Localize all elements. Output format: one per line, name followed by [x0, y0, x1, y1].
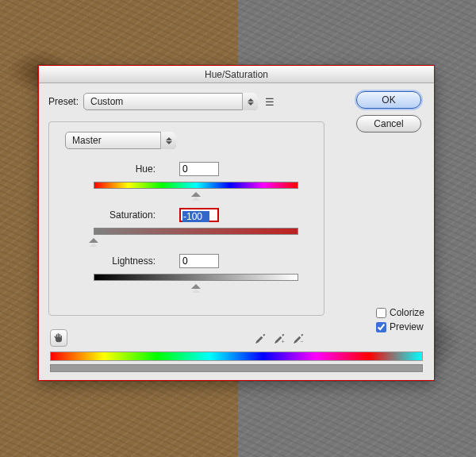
saturation-slider[interactable] [94, 225, 298, 233]
channel-select-wrap[interactable]: Master [65, 132, 176, 149]
preview-label: Preview [390, 321, 424, 332]
hue-label: Hue: [60, 163, 155, 175]
dialog-body: Preset: Custom ☰ OK Cancel Master [39, 83, 434, 380]
result-bar[interactable] [50, 364, 423, 372]
checkbox-group: Colorize Preview [376, 307, 424, 332]
targeted-adjustment-tool[interactable] [50, 329, 67, 347]
saturation-value: -100 [182, 211, 209, 222]
saturation-handle[interactable] [89, 233, 98, 243]
colorize-checkbox[interactable] [376, 308, 386, 318]
saturation-track [94, 228, 298, 235]
saturation-param: Saturation: -100 [60, 208, 313, 233]
saturation-input[interactable]: -100 [179, 208, 219, 222]
hue-input[interactable] [179, 162, 219, 176]
colorize-checkbox-row[interactable]: Colorize [376, 307, 424, 318]
eyedropper-add-icon[interactable]: + [271, 331, 288, 347]
preview-checkbox[interactable] [376, 322, 386, 332]
hue-param: Hue: [60, 162, 313, 187]
sliders-group: Master Hue: Saturation: -100 [48, 121, 324, 316]
hue-saturation-dialog: Hue/Saturation Preset: Custom ☰ OK Cance… [38, 65, 435, 381]
dialog-title: Hue/Saturation [205, 69, 268, 80]
spectrum-bar[interactable] [50, 351, 423, 361]
lightness-label: Lightness: [60, 255, 155, 267]
lightness-slider[interactable] [94, 271, 298, 279]
lightness-input[interactable] [179, 254, 219, 268]
colorize-label: Colorize [390, 307, 424, 318]
range-bars [50, 351, 423, 372]
svg-text:+: + [282, 339, 285, 344]
eyedropper-subtract-icon[interactable]: − [290, 331, 307, 347]
preview-checkbox-row[interactable]: Preview [376, 321, 424, 332]
cancel-button[interactable]: Cancel [356, 115, 421, 132]
preset-select-wrap[interactable]: Custom [83, 93, 258, 110]
ok-button[interactable]: OK [356, 91, 421, 109]
saturation-label: Saturation: [60, 209, 155, 221]
channel-select[interactable]: Master [65, 132, 176, 149]
preset-menu-icon[interactable]: ☰ [263, 96, 277, 108]
hand-icon [50, 329, 67, 347]
preset-label: Preset: [48, 96, 79, 107]
lightness-handle[interactable] [191, 279, 201, 289]
eyedropper-icon[interactable] [251, 331, 269, 347]
lightness-param: Lightness: [60, 254, 313, 279]
hue-slider[interactable] [94, 179, 298, 187]
button-column: OK Cancel [353, 91, 424, 132]
svg-text:−: − [301, 339, 304, 344]
eyedropper-tools: + − [251, 331, 307, 347]
preset-select[interactable]: Custom [83, 93, 258, 110]
dialog-titlebar[interactable]: Hue/Saturation [39, 66, 434, 83]
hue-handle[interactable] [191, 187, 201, 197]
